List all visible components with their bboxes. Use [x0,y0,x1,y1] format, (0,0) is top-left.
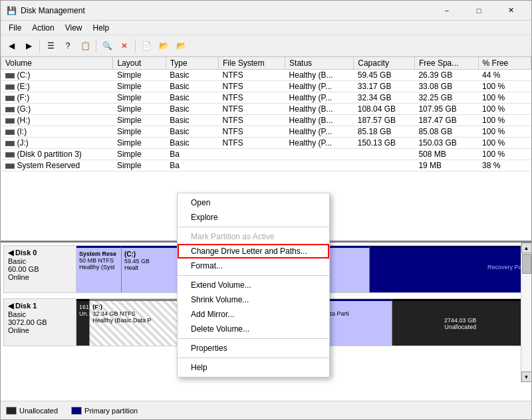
cell-fs: NTFS [219,70,285,81]
legend-box-primary [71,407,82,415]
ctx-explore[interactable]: Explore [178,210,329,225]
cell-free: 508 MB [414,149,478,160]
list-button[interactable]: ☰ [43,38,59,54]
cell-capacity: 32.34 GB [354,92,415,104]
partition-system-reserved[interactable]: System Rese 50 MB NTFS Healthy (Syst [76,246,122,292]
close-button[interactable]: ✕ [495,1,526,21]
scrollbar-right[interactable]: ▲ ▼ [521,243,531,382]
col-filesystem[interactable]: File System [219,57,285,70]
cell-volume: (Disk 0 partition 3) [1,149,113,160]
ctx-add-mirror[interactable]: Add Mirror... [178,307,329,322]
cell-fs: NTFS [219,115,285,126]
cell-layout: Simple [113,92,166,104]
scroll-thumb[interactable] [522,254,531,274]
cell-layout: Simple [113,160,166,171]
col-status[interactable]: Status [285,57,354,70]
cell-volume: (I:) [1,126,113,138]
cell-fs: NTFS [219,92,285,104]
save-button[interactable]: 📂 [173,38,189,54]
table-row[interactable]: (F:) Simple Basic NTFS Healthy (P... 32.… [1,92,531,104]
help-button[interactable]: ? [60,38,76,54]
cell-volume: (G:) [1,104,113,115]
partition-f[interactable]: (F:) 32.34 GB NTFS Healthy (Basic Data P [90,299,189,346]
ctx-format[interactable]: Format... [178,259,329,273]
cell-layout: Simple [113,70,166,81]
scroll-track [521,253,531,371]
cell-capacity: 59.45 GB [354,70,415,81]
col-pct[interactable]: % Free [478,57,531,70]
col-type[interactable]: Type [166,57,218,70]
cell-pct: 100 % [478,126,531,138]
cell-type: Basic [166,92,218,104]
ctx-help[interactable]: Help [178,360,329,375]
partition-unalloc-2[interactable]: 2744.03 GB Unallocated [392,299,528,346]
new-button[interactable]: 📄 [138,38,154,54]
table-row[interactable]: (C:) Simple Basic NTFS Healthy (B... 59.… [1,70,531,81]
legend-unallocated: Unallocated [6,407,58,415]
cell-volume: (F:) [1,92,113,104]
table-row[interactable]: System Reserved Simple Ba 19 MB 38 % [1,160,531,171]
cell-type: Basic [166,115,218,126]
disk-management-window: 💾 Disk Management − □ ✕ File Action View… [0,0,532,420]
cell-free: 33.08 GB [414,81,478,92]
menu-action[interactable]: Action [27,22,59,34]
cell-type: Basic [166,81,218,92]
col-free[interactable]: Free Spa... [414,57,478,70]
table-row[interactable]: (Disk 0 partition 3) Simple Ba 508 MB 10… [1,149,531,160]
cell-status [285,160,354,171]
ctx-open[interactable]: Open [178,195,329,210]
minimize-button[interactable]: − [432,1,462,21]
delete-button[interactable]: ✕ [116,38,132,54]
back-button[interactable]: ◀ [3,38,19,54]
cell-fs: NTFS [219,81,285,92]
cell-capacity: 187.57 GB [354,115,415,126]
cell-pct: 38 % [478,160,531,171]
menu-bar: File Action View Help [1,21,531,35]
cell-status: Healthy (P... [285,126,354,138]
ctx-shrink[interactable]: Shrink Volume... [178,292,329,307]
forward-button[interactable]: ▶ [21,38,37,54]
maximize-button[interactable]: □ [464,1,494,21]
cell-free: 187.47 GB [414,115,478,126]
cell-fs [219,160,285,171]
table-row[interactable]: (I:) Simple Basic NTFS Healthy (P... 85.… [1,126,531,138]
status-bar: Unallocated Primary partition [1,401,531,419]
open-button[interactable]: 📂 [156,38,172,54]
cell-status: Healthy (B... [285,70,354,81]
menu-view[interactable]: View [60,22,88,34]
scroll-up-btn[interactable]: ▲ [521,243,532,253]
ctx-change-drive[interactable]: Change Drive Letter and Paths... [178,244,329,259]
ctx-properties[interactable]: Properties [178,341,329,356]
col-capacity[interactable]: Capacity [354,57,415,70]
context-menu: Open Explore Mark Partition as Active Ch… [177,193,330,377]
table-row[interactable]: (E:) Simple Basic NTFS Healthy (P... 33.… [1,81,531,92]
col-volume[interactable]: Volume [1,57,113,70]
table-row[interactable]: (J:) Simple Basic NTFS Healthy (P... 150… [1,138,531,149]
menu-help[interactable]: Help [88,22,115,34]
menu-file[interactable]: File [3,22,27,34]
refresh-button[interactable]: 🔍 [99,38,115,54]
ctx-mark-active: Mark Partition as Active [178,229,329,244]
ctx-sep3 [178,338,329,339]
cell-volume: (J:) [1,138,113,149]
separator2 [96,39,96,52]
ctx-delete-volume[interactable]: Delete Volume... [178,322,329,336]
scroll-down-btn[interactable]: ▼ [521,371,532,382]
separator1 [39,39,40,52]
table-row[interactable]: (G:) Simple Basic NTFS Healthy (B... 108… [1,104,531,115]
cell-volume: (H:) [1,115,113,126]
partition-recovery[interactable]: Recovery Part [370,246,528,292]
cell-capacity [354,149,415,160]
properties-button[interactable]: 📋 [77,38,93,54]
cell-pct: 44 % [478,70,531,81]
ctx-sep2 [178,275,329,276]
partition-unalloc-1[interactable]: 161 Un... [76,299,90,346]
cell-status: Healthy (B... [285,104,354,115]
cell-capacity: 108.04 GB [354,104,415,115]
table-row[interactable]: (H:) Simple Basic NTFS Healthy (B... 187… [1,115,531,126]
ctx-extend[interactable]: Extend Volume... [178,278,329,292]
cell-pct: 100 % [478,81,531,92]
col-layout[interactable]: Layout [113,57,166,70]
toolbar: ◀ ▶ ☰ ? 📋 🔍 ✕ 📄 📂 📂 [1,35,531,56]
cell-status: Healthy (B... [285,115,354,126]
